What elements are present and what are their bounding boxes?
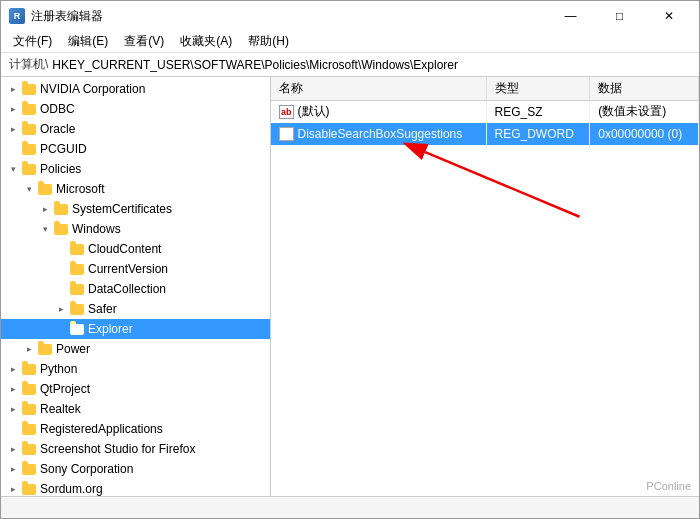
main-window: R 注册表编辑器 — □ ✕ 文件(F) 编辑(E) 查看(V) 收藏夹(A) … — [0, 0, 700, 519]
minimize-button[interactable]: — — [548, 6, 593, 26]
menu-file[interactable]: 文件(F) — [5, 31, 60, 52]
tree-item-realtek[interactable]: Realtek — [1, 399, 270, 419]
table-row[interactable]: ab DisableSearchBoxSuggestions REG_DWORD… — [271, 123, 699, 145]
menu-favorites[interactable]: 收藏夹(A) — [172, 31, 240, 52]
expand-python[interactable] — [5, 361, 21, 377]
close-button[interactable]: ✕ — [646, 6, 691, 26]
tree-item-python[interactable]: Python — [1, 359, 270, 379]
tree-item-nvidia[interactable]: NVIDIA Corporation — [1, 79, 270, 99]
expand-policies[interactable] — [5, 161, 21, 177]
app-icon: R — [9, 8, 25, 24]
reg-name-value: (默认) — [298, 103, 330, 120]
tree-item-policies[interactable]: Policies — [1, 159, 270, 179]
title-bar: R 注册表编辑器 — □ ✕ — [1, 1, 699, 31]
label-cloudcontent: CloudContent — [88, 242, 161, 256]
tree-item-currentversion[interactable]: CurrentVersion — [1, 259, 270, 279]
tree-item-odbc[interactable]: ODBC — [1, 99, 270, 119]
expand-cloudcontent — [53, 241, 69, 257]
label-nvidia: NVIDIA Corporation — [40, 82, 145, 96]
folder-icon-power — [37, 342, 53, 356]
folder-icon-policies — [21, 162, 37, 176]
folder-icon-oracle — [21, 122, 37, 136]
tree-item-sordum[interactable]: Sordum.org — [1, 479, 270, 496]
maximize-button[interactable]: □ — [597, 6, 642, 26]
expand-power[interactable] — [21, 341, 37, 357]
watermark: PConline — [646, 480, 691, 492]
tree-item-regapps[interactable]: RegisteredApplications — [1, 419, 270, 439]
expand-explorer — [53, 321, 69, 337]
tree-item-datacollection[interactable]: DataCollection — [1, 279, 270, 299]
label-sony: Sony Corporation — [40, 462, 133, 476]
expand-oracle[interactable] — [5, 121, 21, 137]
expand-screenshot[interactable] — [5, 441, 21, 457]
folder-icon-pcguid — [21, 142, 37, 156]
label-windows: Windows — [72, 222, 121, 236]
tree-item-microsoft[interactable]: Microsoft — [1, 179, 270, 199]
tree-item-sony[interactable]: Sony Corporation — [1, 459, 270, 479]
tree-item-qtproject[interactable]: QtProject — [1, 379, 270, 399]
reg-type-icon-bin: ab — [279, 127, 294, 141]
folder-icon-windows — [53, 222, 69, 236]
label-qtproject: QtProject — [40, 382, 90, 396]
folder-icon-nvidia — [21, 82, 37, 96]
expand-sony[interactable] — [5, 461, 21, 477]
folder-icon-cloudcontent — [69, 242, 85, 256]
right-pane: 名称 类型 数据 ab (默认) — [271, 77, 699, 496]
label-systemcerts: SystemCertificates — [72, 202, 172, 216]
tree-pane[interactable]: NVIDIA Corporation ODBC Oracle PCGUID — [1, 77, 271, 496]
reg-name-value: DisableSearchBoxSuggestions — [298, 127, 463, 141]
label-microsoft: Microsoft — [56, 182, 105, 196]
expand-microsoft[interactable] — [21, 181, 37, 197]
content-area: NVIDIA Corporation ODBC Oracle PCGUID — [1, 77, 699, 496]
label-explorer: Explorer — [88, 322, 133, 336]
col-name: 名称 — [271, 77, 486, 101]
status-bar — [1, 496, 699, 518]
expand-currentversion — [53, 261, 69, 277]
menu-help[interactable]: 帮助(H) — [240, 31, 297, 52]
expand-nvidia[interactable] — [5, 81, 21, 97]
window-title: 注册表编辑器 — [31, 8, 103, 25]
folder-icon-qtproject — [21, 382, 37, 396]
tree-item-windows[interactable]: Windows — [1, 219, 270, 239]
label-realtek: Realtek — [40, 402, 81, 416]
col-data: 数据 — [590, 77, 699, 101]
menu-edit[interactable]: 编辑(E) — [60, 31, 116, 52]
tree-item-cloudcontent[interactable]: CloudContent — [1, 239, 270, 259]
expand-pcguid — [5, 141, 21, 157]
tree-item-systemcertificates[interactable]: SystemCertificates — [1, 199, 270, 219]
tree-item-pcguid[interactable]: PCGUID — [1, 139, 270, 159]
tree-item-safer[interactable]: Safer — [1, 299, 270, 319]
folder-icon-systemcerts — [53, 202, 69, 216]
folder-icon-regapps — [21, 422, 37, 436]
label-safer: Safer — [88, 302, 117, 316]
expand-datacollection — [53, 281, 69, 297]
col-type: 类型 — [486, 77, 590, 101]
expand-windows[interactable] — [37, 221, 53, 237]
label-currentversion: CurrentVersion — [88, 262, 168, 276]
tree-item-screenshot[interactable]: Screenshot Studio for Firefox — [1, 439, 270, 459]
expand-realtek[interactable] — [5, 401, 21, 417]
folder-icon-python — [21, 362, 37, 376]
title-buttons: — □ ✕ — [548, 6, 691, 26]
address-bar: 计算机\ HKEY_CURRENT_USER\SOFTWARE\Policies… — [1, 53, 699, 77]
tree-item-power[interactable]: Power — [1, 339, 270, 359]
expand-sordum[interactable] — [5, 481, 21, 496]
folder-icon-microsoft — [37, 182, 53, 196]
reg-data-cell: 0x00000000 (0) — [590, 123, 699, 145]
address-label: 计算机\ — [9, 56, 48, 73]
expand-odbc[interactable] — [5, 101, 21, 117]
folder-icon-screenshot — [21, 442, 37, 456]
tree-item-explorer[interactable]: Explorer — [1, 319, 270, 339]
title-left: R 注册表编辑器 — [9, 8, 103, 25]
menu-view[interactable]: 查看(V) — [116, 31, 172, 52]
reg-type-cell: REG_SZ — [486, 101, 590, 123]
expand-safer[interactable] — [53, 301, 69, 317]
expand-qtproject[interactable] — [5, 381, 21, 397]
registry-table[interactable]: 名称 类型 数据 ab (默认) — [271, 77, 699, 496]
expand-regapps — [5, 421, 21, 437]
label-sordum: Sordum.org — [40, 482, 103, 496]
table-row[interactable]: ab (默认) REG_SZ (数值未设置) — [271, 101, 699, 123]
tree-item-oracle[interactable]: Oracle — [1, 119, 270, 139]
folder-icon-datacollection — [69, 282, 85, 296]
expand-systemcerts[interactable] — [37, 201, 53, 217]
